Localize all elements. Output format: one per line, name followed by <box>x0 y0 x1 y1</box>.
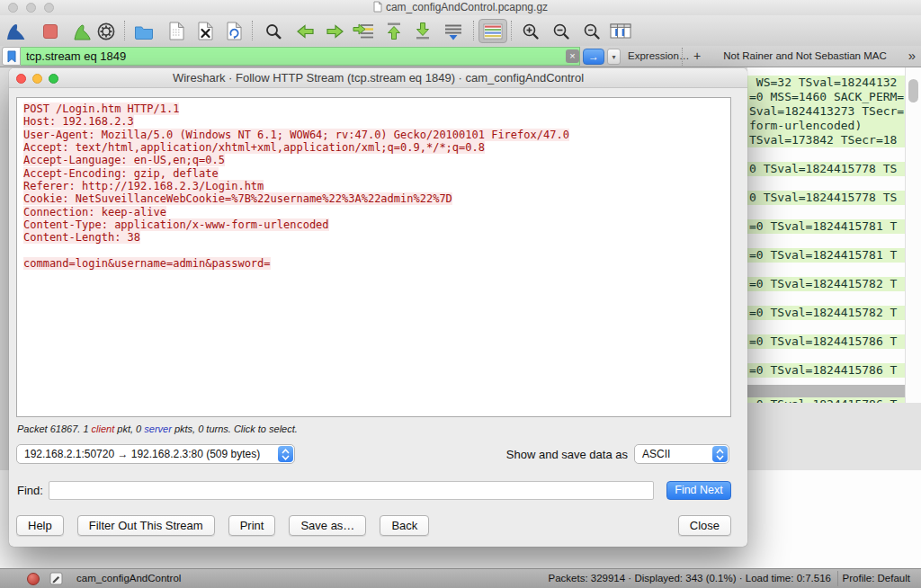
filter-toolbar: × → ▾ Expression… + Not Rainer and Not S… <box>0 46 921 67</box>
packet-row[interactable]: =0 TSval=1824415786 T <box>747 363 905 378</box>
stream-line: Accept: text/html,application/xhtml+xml,… <box>23 141 724 154</box>
packet-row[interactable] <box>747 263 905 277</box>
stream-line: POST /Login.htm HTTP/1.1 <box>23 102 724 115</box>
close-file-button[interactable] <box>192 19 218 43</box>
stepper-icon[interactable] <box>712 446 728 462</box>
packet-row[interactable] <box>747 234 905 248</box>
expression-button[interactable]: Expression… <box>628 50 689 61</box>
previous-packet-button[interactable] <box>293 19 318 43</box>
shark-fin-icon <box>5 22 27 41</box>
packet-row[interactable] <box>747 349 905 363</box>
open-file-button[interactable] <box>131 19 156 43</box>
packet-row[interactable] <box>747 176 905 191</box>
find-packet-button[interactable] <box>261 19 286 43</box>
colorize-icon <box>482 22 504 40</box>
packet-row[interactable] <box>747 291 905 306</box>
stream-line: Cookie: NetSuveillanceWebCookie=%7B%22us… <box>23 192 724 205</box>
zoom-normal-button[interactable] <box>579 19 604 43</box>
start-capture-button[interactable] <box>4 19 29 43</box>
saved-filter-button[interactable]: Not Rainer and Not Sebastian MAC <box>712 50 898 61</box>
stream-line <box>23 245 724 257</box>
stream-direction-select[interactable]: 192.168.2.1:50720 → 192.168.2.3:80 (509 … <box>16 444 295 464</box>
dialog-minimize-button[interactable] <box>32 74 42 84</box>
stream-hint[interactable]: Packet 61867. 1 client pkt, 0 server pkt… <box>17 423 298 434</box>
stream-content[interactable]: POST /Login.htm HTTP/1.1Host: 192.168.2.… <box>16 97 731 417</box>
stream-line: Accept-Language: en-US,en;q=0.5 <box>23 154 724 166</box>
restart-capture-button[interactable] <box>70 19 95 43</box>
filter-out-stream-button[interactable]: Filter Out This Stream <box>77 515 215 536</box>
toolbar-separator <box>252 21 253 40</box>
arrow-up-bar-icon <box>385 22 403 40</box>
packet-row[interactable]: =0 TSval=1824415781 T <box>747 248 905 263</box>
packet-row[interactable]: =0 TSval=1824415781 T <box>747 219 905 234</box>
next-packet-button[interactable] <box>322 19 347 43</box>
display-filter-input[interactable] <box>21 47 580 66</box>
scrollbar-thumb[interactable] <box>908 79 918 102</box>
app-titlebar: cam_configAndControl.pcapng.gz <box>0 0 921 15</box>
help-button[interactable]: Help <box>16 515 64 536</box>
last-packet-button[interactable] <box>410 19 435 43</box>
expert-info-icon[interactable] <box>27 573 40 585</box>
first-packet-button[interactable] <box>381 19 407 43</box>
packet-row[interactable]: form-urlencoded) <box>747 119 905 133</box>
packet-row[interactable]: =0 MSS=1460 SACK_PERM= <box>747 90 905 104</box>
packet-row[interactable]: =0 TSval=1824415782 T <box>747 306 905 320</box>
clear-filter-button[interactable]: × <box>566 49 579 63</box>
find-next-button[interactable]: Find Next <box>666 481 731 500</box>
dialog-close-button[interactable] <box>16 74 26 84</box>
gear-icon <box>96 22 116 41</box>
packet-row[interactable]: =0 TSval=1824415782 T <box>747 277 905 291</box>
reload-file-button[interactable] <box>221 19 246 43</box>
packet-row[interactable]: TSval=173842 TSecr=18 <box>747 133 905 147</box>
follow-stream-dialog: Wireshark · Follow HTTP Stream (tcp.stre… <box>9 68 747 547</box>
stop-capture-button[interactable] <box>38 19 63 43</box>
packet-row[interactable] <box>747 205 905 219</box>
profile-selector[interactable]: Profile: Default <box>843 573 910 584</box>
dialog-button-row: Help Filter Out This Stream Print Save a… <box>16 515 429 536</box>
packet-row[interactable]: =0 TSval=1824415786 T <box>747 334 905 349</box>
packet-row[interactable]: 0 TSval=1824415778 TS <box>747 191 905 205</box>
filterbar-overflow-button[interactable]: » <box>908 48 916 63</box>
zoom-out-button[interactable] <box>549 19 574 43</box>
stream-line: Host: 192.168.2.3 <box>23 115 724 128</box>
packet-list-scrollbar[interactable] <box>905 67 921 403</box>
print-button[interactable]: Print <box>228 515 276 536</box>
packet-row[interactable]: 0 TSval=1824415778 TS <box>747 162 905 176</box>
auto-scroll-button[interactable] <box>441 19 466 43</box>
find-input[interactable] <box>49 481 654 500</box>
window-title: cam_configAndControl.pcapng.gz <box>0 1 921 13</box>
data-format-select[interactable]: ASCII <box>634 444 729 464</box>
filter-bookmark-button[interactable] <box>2 47 21 66</box>
packet-row[interactable] <box>747 147 905 162</box>
data-format-value: ASCII <box>642 448 670 460</box>
capture-options-button[interactable] <box>94 19 119 43</box>
screen: WS=32 TSval=18244132=0 MSS=1460 SACK_PER… <box>0 0 921 588</box>
colorize-packets-button[interactable] <box>478 19 507 43</box>
main-toolbar <box>0 15 921 46</box>
packet-row[interactable]: Sval=1824413273 TSecr= <box>747 104 905 119</box>
packet-row[interactable] <box>747 320 905 334</box>
goto-packet-icon <box>353 22 374 40</box>
save-file-button[interactable] <box>164 19 189 43</box>
go-to-packet-button[interactable] <box>351 19 376 43</box>
search-icon <box>264 22 282 40</box>
packet-row[interactable] <box>747 385 905 397</box>
resize-columns-button[interactable] <box>608 19 633 43</box>
save-as-button[interactable]: Save as… <box>289 515 366 536</box>
add-filter-button[interactable]: + <box>693 49 701 63</box>
packet-row[interactable] <box>747 378 905 385</box>
toolbar-separator <box>473 21 474 40</box>
dialog-zoom-button[interactable] <box>49 74 58 84</box>
capture-file-name: cam_configAndControl <box>76 573 181 584</box>
capture-comment-icon[interactable] <box>49 572 63 587</box>
apply-filter-button[interactable]: → <box>583 49 604 65</box>
zoom-in-button[interactable] <box>518 19 543 43</box>
back-button[interactable]: Back <box>380 515 429 536</box>
stepper-icon[interactable] <box>278 446 293 462</box>
toolbar-separator <box>511 21 512 40</box>
close-button[interactable]: Close <box>678 515 731 536</box>
packet-row[interactable]: WS=32 TSval=18244132 <box>747 76 905 90</box>
filter-history-dropdown[interactable]: ▾ <box>607 49 621 65</box>
packet-list[interactable]: WS=32 TSval=18244132=0 MSS=1460 SACK_PER… <box>747 67 905 403</box>
packet-row[interactable]: =0 TSval=1824415786 T <box>747 397 905 403</box>
